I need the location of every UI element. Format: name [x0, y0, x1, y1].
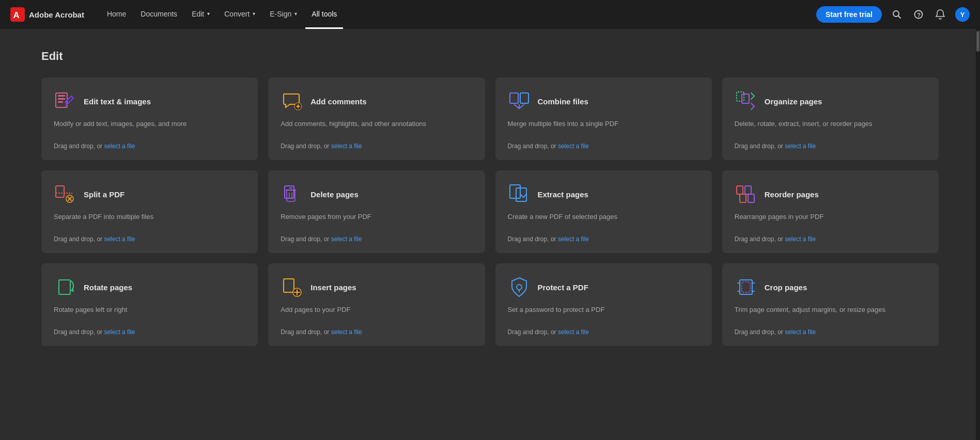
protect-pdf-icon [508, 276, 531, 298]
tool-desc: Delete, rotate, extract, insert, or reor… [735, 119, 926, 135]
tool-drop: Drag and drop, or select a file [735, 328, 926, 336]
nav-home[interactable]: Home [101, 0, 132, 29]
help-icon[interactable]: ? [912, 8, 925, 21]
select-file-link[interactable]: select a file [558, 328, 589, 336]
tool-desc: Add comments, highlights, and other anno… [281, 119, 472, 135]
tool-card-combine-files[interactable]: Combine files Merge multiple files into … [495, 77, 712, 160]
tool-card-edit-text-images[interactable]: Edit text & images Modify or add text, i… [41, 77, 258, 160]
select-file-link[interactable]: select a file [104, 328, 135, 336]
tool-drop: Drag and drop, or select a file [508, 235, 699, 243]
tool-card-header: Protect a PDF [508, 276, 699, 298]
app-logo[interactable]: A Adobe Acrobat [10, 7, 84, 22]
svg-rect-40 [742, 282, 750, 292]
select-file-link[interactable]: select a file [331, 235, 362, 243]
tool-card-header: Reorder pages [735, 183, 926, 206]
svg-rect-18 [56, 186, 64, 197]
tool-desc: Set a password to protect a PDF [508, 305, 699, 321]
select-file-link[interactable]: select a file [331, 328, 362, 336]
tool-drop: Drag and drop, or select a file [54, 143, 245, 150]
tool-desc: Add pages to your PDF [281, 305, 472, 321]
extract-pages-icon [508, 183, 531, 206]
start-trial-button[interactable]: Start free trial [816, 6, 882, 23]
tool-grid-row3: Rotate pages Rotate pages left or right … [41, 263, 939, 346]
nav-edit[interactable]: Edit ▾ [185, 0, 216, 29]
tool-desc: Modify or add text, images, pages, and m… [54, 119, 245, 135]
tool-card-add-comments[interactable]: Add comments Add comments, highlights, a… [268, 77, 485, 160]
select-file-link[interactable]: select a file [785, 328, 816, 336]
tool-card-crop-pages[interactable]: Crop pages Trim page content, adjust mar… [722, 263, 939, 346]
svg-rect-7 [58, 95, 65, 97]
tool-drop: Drag and drop, or select a file [281, 143, 472, 150]
tool-card-rotate-pages[interactable]: Rotate pages Rotate pages left or right … [41, 263, 258, 346]
tool-card-split-pdf[interactable]: Split a PDF Separate a PDF into multiple… [41, 170, 258, 253]
search-icon[interactable] [890, 8, 904, 21]
tool-drop: Drag and drop, or select a file [54, 235, 245, 243]
svg-rect-17 [742, 94, 749, 103]
split-pdf-icon [54, 183, 76, 206]
select-file-link[interactable]: select a file [331, 143, 362, 150]
tool-card-header: Organize pages [735, 90, 926, 113]
reorder-pages-icon [735, 183, 757, 206]
avatar[interactable]: Y [955, 7, 970, 22]
scroll-thumb[interactable] [976, 31, 979, 52]
edit-chevron-icon: ▾ [207, 11, 210, 17]
esign-chevron-icon: ▾ [294, 11, 297, 17]
tool-card-reorder-pages[interactable]: Reorder pages Rearrange pages in your PD… [722, 170, 939, 253]
tool-desc: Trim page content, adjust margins, or re… [735, 305, 926, 321]
tool-card-insert-pages[interactable]: Insert pages Add pages to your PDF Drag … [268, 263, 485, 346]
nav-links: Home Documents Edit ▾ Convert ▾ E-Sign ▾… [101, 0, 804, 29]
nav-right: Start free trial ? Y [816, 6, 970, 23]
select-file-link[interactable]: select a file [558, 235, 589, 243]
adobe-logo-icon: A [10, 7, 25, 22]
tool-name: Insert pages [310, 283, 356, 292]
tool-card-header: Insert pages [281, 276, 472, 298]
notifications-icon[interactable] [934, 7, 947, 22]
nav-esign[interactable]: E-Sign ▾ [263, 0, 303, 29]
tool-drop: Drag and drop, or select a file [508, 328, 699, 336]
tool-card-header: Add comments [281, 90, 472, 113]
tool-desc: Create a new PDF of selected pages [508, 212, 699, 228]
select-file-link[interactable]: select a file [558, 143, 589, 150]
svg-rect-14 [520, 93, 528, 103]
tool-card-header: Extract pages [508, 183, 699, 206]
tool-card-delete-pages[interactable]: Delete pages Remove pages from your PDF … [268, 170, 485, 253]
tool-drop: Drag and drop, or select a file [508, 143, 699, 150]
app-name: Adobe Acrobat [29, 10, 84, 19]
tool-drop: Drag and drop, or select a file [735, 143, 926, 150]
svg-rect-29 [745, 186, 751, 194]
svg-rect-32 [59, 280, 70, 294]
svg-point-37 [517, 285, 522, 290]
svg-rect-8 [58, 98, 65, 100]
tool-grid-row1: Edit text & images Modify or add text, i… [41, 77, 939, 160]
tool-name: Combine files [538, 97, 588, 106]
svg-rect-33 [284, 279, 294, 292]
svg-text:A: A [13, 10, 20, 20]
tool-name: Organize pages [765, 97, 822, 106]
nav-all-tools[interactable]: All tools [305, 0, 343, 29]
tool-card-extract-pages[interactable]: Extract pages Create a new PDF of select… [495, 170, 712, 253]
tool-name: Reorder pages [765, 190, 819, 199]
delete-pages-icon [281, 183, 303, 206]
select-file-link[interactable]: select a file [785, 235, 816, 243]
select-file-link[interactable]: select a file [104, 143, 135, 150]
svg-rect-9 [58, 101, 63, 103]
select-file-link[interactable]: select a file [785, 143, 816, 150]
tool-name: Rotate pages [84, 283, 132, 292]
svg-rect-28 [737, 186, 743, 194]
tool-drop: Drag and drop, or select a file [54, 328, 245, 336]
tool-card-header: Combine files [508, 90, 699, 113]
tool-card-organize-pages[interactable]: Organize pages Delete, rotate, extract, … [722, 77, 939, 160]
tool-grid-row2: Split a PDF Separate a PDF into multiple… [41, 170, 939, 253]
tool-name: Extract pages [538, 190, 588, 199]
svg-rect-31 [748, 194, 754, 202]
scrollbar[interactable] [976, 29, 980, 440]
tool-card-protect-pdf[interactable]: Protect a PDF Set a password to protect … [495, 263, 712, 346]
nav-documents[interactable]: Documents [134, 0, 183, 29]
select-file-link[interactable]: select a file [104, 235, 135, 243]
tool-card-header: Crop pages [735, 276, 926, 298]
section-title: Edit [41, 50, 939, 63]
svg-line-3 [898, 16, 901, 19]
tool-card-header: Rotate pages [54, 276, 245, 298]
nav-convert[interactable]: Convert ▾ [218, 0, 261, 29]
rotate-pages-icon [54, 276, 76, 298]
